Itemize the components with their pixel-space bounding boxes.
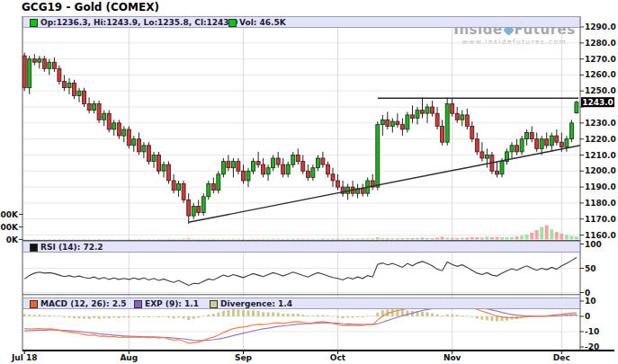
ohlc-legend-label: Op:1236.3, Hi:1243.9, Lo:1235.8, Cl:1243… [40, 18, 237, 28]
candle-body [52, 62, 56, 68]
volume-bar [301, 239, 305, 240]
candle-body [192, 206, 195, 216]
divergence-bar [486, 316, 488, 320]
main-legend: Op:1236.3, Hi:1243.9, Lo:1235.8, Cl:1243… [22, 16, 580, 28]
volume-bar [416, 238, 419, 240]
divergence-bar [43, 315, 46, 316]
candle-body [575, 102, 578, 113]
candle-body [560, 142, 563, 146]
divergence-bar [277, 313, 280, 316]
price-tick-label: 1220.0 [585, 135, 616, 144]
candle-body [381, 120, 384, 124]
price-tick-label: 1160.0 [585, 231, 616, 240]
price-tick-label: 1250.0 [585, 86, 616, 95]
volume-bar [266, 239, 270, 240]
divergence-bar [406, 310, 408, 316]
candle-body [221, 162, 225, 174]
divergence-bar [112, 316, 115, 318]
volume-bar [197, 239, 201, 240]
candle-body [496, 171, 499, 174]
divergence-bar [132, 316, 135, 317]
volume-bar [480, 237, 484, 239]
divergence-bar [441, 315, 443, 316]
candle-body [296, 155, 300, 162]
divergence-bar [317, 315, 319, 317]
candle-body [177, 184, 181, 191]
macd-legend-label: MACD (12, 26): 2.5 [40, 299, 127, 309]
candle-body [569, 123, 573, 139]
macd-tick-label: -20 [585, 342, 599, 351]
divergence-bar [202, 316, 205, 317]
divergence-bar [282, 314, 284, 316]
volume-bar [540, 227, 543, 240]
price-tick-label: 1180.0 [585, 199, 616, 208]
volume-bar [575, 236, 578, 239]
volume-bar [475, 237, 479, 240]
volume-bar [506, 237, 509, 239]
divergence-bar [63, 316, 66, 317]
volume-bar [221, 239, 225, 240]
divergence-bar [237, 310, 239, 317]
divergence-bar [421, 312, 424, 316]
divergence-bar [252, 310, 255, 316]
volume-bar [172, 239, 175, 240]
candle-body [83, 91, 86, 103]
divergence-bar [297, 314, 300, 316]
candle-body [93, 104, 96, 111]
volume-bar [231, 239, 235, 240]
divergence-bar [431, 314, 434, 316]
volume-bar [152, 239, 156, 240]
divergence-bar [346, 316, 349, 318]
candle-body [480, 152, 484, 158]
volume-bar [276, 239, 280, 240]
candle-body [416, 111, 419, 119]
volume-bar [461, 238, 464, 240]
candle-body [550, 136, 553, 146]
volume-bar [311, 239, 315, 240]
rsi-legend: RSI (14): 72.2 [22, 241, 580, 253]
candle-body [207, 184, 210, 197]
volume-bar [83, 239, 86, 240]
month-tick-label: Nov [443, 353, 461, 362]
candle-body [157, 155, 161, 172]
candle-body [535, 139, 539, 149]
divergence-legend-label: Divergence: 1.4 [220, 299, 292, 309]
candle-body [137, 139, 140, 152]
candle-body [58, 68, 61, 81]
volume-bar [306, 239, 309, 240]
candle-body [67, 83, 71, 87]
volume-bar [530, 233, 533, 240]
candle-body [147, 146, 150, 162]
volume-bar [182, 239, 185, 240]
price-tick-label: 1280.0 [585, 39, 616, 48]
volume-bar [470, 237, 474, 240]
divergence-bar [23, 314, 26, 316]
volume-bar [327, 239, 330, 240]
volume-bar [510, 237, 514, 240]
candle-body [316, 158, 319, 168]
candle-body [28, 59, 31, 88]
candle-body [520, 139, 524, 152]
candle-body [242, 171, 246, 181]
volume-bar [167, 239, 171, 240]
chart-window: GCG19 - Gold (COMEX) InsideFutures www.i… [0, 0, 618, 364]
divergence-bar [222, 311, 225, 316]
rsi-legend-swatch [30, 244, 38, 252]
volume-bar [246, 239, 250, 240]
volume-bar [550, 229, 553, 239]
divergence-bar [352, 316, 354, 318]
volume-bar [520, 235, 524, 239]
candle-body [396, 121, 399, 125]
candle-body [421, 111, 425, 114]
candle-body [97, 104, 101, 120]
candle-body [411, 115, 415, 119]
volume-bar [400, 238, 404, 239]
price-tick-label: 1170.0 [585, 215, 616, 224]
volume-bar [296, 239, 300, 240]
volume-bar [361, 239, 364, 240]
candle-body [48, 62, 51, 68]
divergence-bar [451, 315, 453, 316]
candle-body [311, 168, 315, 178]
divergence-bar [207, 315, 210, 316]
candle-body [327, 164, 330, 174]
